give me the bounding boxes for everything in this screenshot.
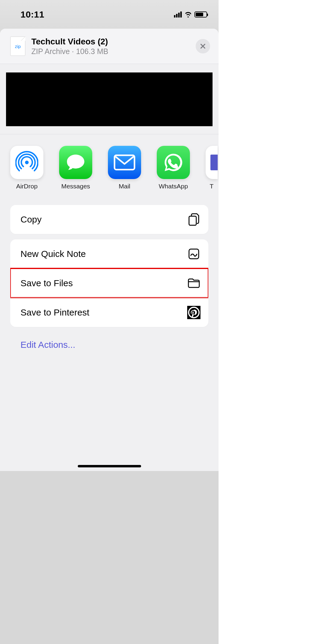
battery-icon — [194, 11, 207, 18]
device-frame: 10:11 zip Techcult Videos (2) ZIP Archiv… — [0, 0, 219, 471]
svg-point-0 — [25, 161, 29, 164]
share-apps-row[interactable]: AirDrop Messages Mail WhatsApp — [0, 134, 219, 199]
folder-icon — [187, 277, 200, 290]
action-save-to-pinterest[interactable]: Save to Pinterest — [10, 298, 208, 327]
file-subtitle: ZIP Archive · 106.3 MB — [31, 47, 190, 56]
close-button[interactable] — [196, 39, 210, 53]
svg-rect-3 — [189, 249, 199, 259]
wifi-icon — [184, 11, 192, 18]
mail-icon — [108, 146, 141, 179]
action-copy[interactable]: Copy — [10, 205, 208, 234]
share-app-airdrop[interactable]: AirDrop — [10, 146, 43, 190]
status-time: 10:11 — [20, 9, 44, 20]
action-save-to-files[interactable]: Save to Files — [10, 268, 208, 298]
teams-icon — [206, 146, 218, 179]
share-app-whatsapp[interactable]: WhatsApp — [157, 146, 190, 190]
whatsapp-icon — [157, 146, 190, 179]
share-app-teams[interactable]: T — [206, 146, 218, 190]
share-sheet: zip Techcult Videos (2) ZIP Archive · 10… — [0, 29, 219, 471]
share-app-messages[interactable]: Messages — [59, 146, 92, 190]
action-label: Copy — [20, 214, 42, 225]
preview-thumbnail[interactable] — [6, 72, 213, 126]
app-label: Mail — [119, 183, 131, 190]
app-label: WhatsApp — [159, 183, 188, 190]
action-quick-note[interactable]: New Quick Note — [10, 239, 208, 268]
action-label: New Quick Note — [20, 249, 86, 259]
action-list: Copy New Quick Note Save to Files — [0, 199, 219, 357]
edit-actions-link[interactable]: Edit Actions... — [10, 332, 208, 357]
app-label: Messages — [61, 183, 90, 190]
quick-note-icon — [187, 247, 200, 261]
file-meta: Techcult Videos (2) ZIP Archive · 106.3 … — [31, 37, 190, 56]
file-thumbnail: zip — [10, 37, 25, 56]
home-indicator[interactable] — [78, 465, 141, 467]
messages-icon — [59, 146, 92, 179]
status-bar: 10:11 — [0, 0, 219, 29]
copy-icon — [187, 213, 200, 226]
edit-actions-label: Edit Actions... — [20, 340, 75, 350]
file-name: Techcult Videos (2) — [31, 37, 190, 46]
action-label: Save to Pinterest — [20, 307, 89, 318]
cellular-icon — [174, 11, 182, 18]
app-label: AirDrop — [16, 183, 37, 190]
svg-rect-2 — [189, 216, 196, 225]
file-header: zip Techcult Videos (2) ZIP Archive · 10… — [0, 29, 219, 64]
airdrop-icon — [10, 146, 43, 179]
preview-area — [0, 64, 219, 134]
app-label: T — [210, 183, 214, 190]
close-icon — [200, 43, 206, 50]
file-thumb-label: zip — [15, 44, 20, 49]
pinterest-icon — [187, 306, 200, 319]
action-label: Save to Files — [20, 278, 73, 288]
status-indicators — [174, 11, 207, 18]
share-app-mail[interactable]: Mail — [108, 146, 141, 190]
